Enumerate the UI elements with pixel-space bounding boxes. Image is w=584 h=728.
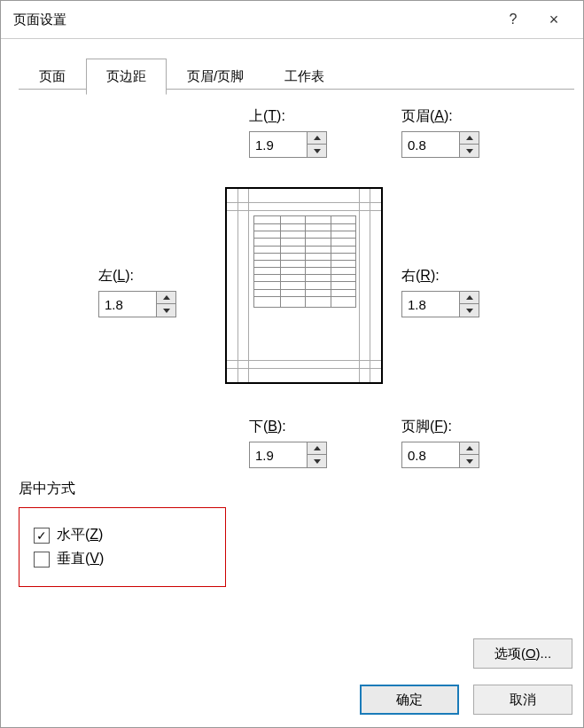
margin-right-label: 右(R): xyxy=(401,267,479,286)
close-button[interactable]: × xyxy=(533,11,574,29)
margin-right-up[interactable] xyxy=(460,292,479,304)
margin-top-spinner xyxy=(249,131,327,158)
chevron-up-icon xyxy=(163,295,170,300)
chevron-up-icon xyxy=(466,446,473,450)
page-setup-dialog: 页面设置 ? × 页面 页边距 页眉/页脚 工作表 上(T): 页眉(A): xyxy=(0,0,584,728)
margin-left-spinner xyxy=(98,291,176,317)
center-mode-box: ✓ 水平(Z) 垂直(V) xyxy=(19,507,226,587)
margin-bottom-group: 下(B): xyxy=(249,418,327,468)
chevron-up-icon xyxy=(466,295,473,300)
margin-header-group: 页眉(A): xyxy=(401,107,479,158)
chevron-down-icon xyxy=(163,309,170,313)
margin-bottom-spinner xyxy=(249,442,327,468)
chevron-up-icon xyxy=(466,136,473,140)
margin-header-spinner xyxy=(401,131,479,158)
tab-content: 上(T): 页眉(A): 左(L): xyxy=(19,90,574,638)
center-horizontal-row: ✓ 水平(Z) xyxy=(34,526,190,544)
chevron-down-icon xyxy=(466,459,473,464)
margin-left-label: 左(L): xyxy=(98,267,176,286)
chevron-down-icon xyxy=(466,309,473,313)
margin-right-group: 右(R): xyxy=(401,267,479,317)
margin-left-up[interactable] xyxy=(157,292,175,304)
chevron-up-icon xyxy=(314,136,321,140)
margin-left-input[interactable] xyxy=(99,292,156,317)
margin-right-down[interactable] xyxy=(460,304,479,317)
margin-left-down[interactable] xyxy=(157,304,175,317)
margin-right-input[interactable] xyxy=(402,292,459,317)
margin-right-spinner xyxy=(401,291,479,317)
margin-bottom-up[interactable] xyxy=(308,442,326,455)
center-mode-section: 居中方式 ✓ 水平(Z) 垂直(V) xyxy=(19,480,226,587)
checkmark-icon: ✓ xyxy=(36,529,47,542)
chevron-down-icon xyxy=(314,459,321,464)
margin-header-label: 页眉(A): xyxy=(401,107,479,126)
margin-footer-group: 页脚(F): xyxy=(401,418,479,468)
margin-bottom-input[interactable] xyxy=(250,442,307,467)
chevron-down-icon xyxy=(314,149,321,153)
margin-top-down[interactable] xyxy=(308,145,326,157)
margin-top-input[interactable] xyxy=(250,132,307,157)
help-button[interactable]: ? xyxy=(493,12,533,27)
options-button[interactable]: 选项(O)... xyxy=(473,638,572,669)
center-vertical-checkbox[interactable] xyxy=(34,552,50,568)
margin-top-group: 上(T): xyxy=(249,107,327,158)
center-vertical-row: 垂直(V) xyxy=(34,550,190,568)
dialog-title: 页面设置 xyxy=(13,12,493,28)
center-horizontal-label: 水平(Z) xyxy=(57,526,103,544)
chevron-up-icon xyxy=(314,446,321,450)
center-mode-title: 居中方式 xyxy=(19,480,226,498)
chevron-down-icon xyxy=(466,149,473,153)
margin-header-up[interactable] xyxy=(460,132,479,145)
dialog-footer: 确定 取消 xyxy=(360,685,572,715)
margin-header-input[interactable] xyxy=(402,132,459,157)
margin-footer-down[interactable] xyxy=(460,455,479,467)
margin-footer-up[interactable] xyxy=(460,442,479,455)
margin-footer-spinner xyxy=(401,442,479,468)
tab-margins[interactable]: 页边距 xyxy=(86,59,167,95)
page-preview xyxy=(225,187,383,384)
margin-footer-input[interactable] xyxy=(402,442,459,467)
margin-header-down[interactable] xyxy=(460,145,479,157)
preview-grid xyxy=(253,215,356,308)
margin-bottom-down[interactable] xyxy=(308,455,326,467)
margin-top-label: 上(T): xyxy=(249,107,327,126)
center-vertical-label: 垂直(V) xyxy=(57,550,104,568)
margin-bottom-label: 下(B): xyxy=(249,418,327,436)
ok-button[interactable]: 确定 xyxy=(360,685,459,715)
center-horizontal-checkbox[interactable]: ✓ xyxy=(34,528,50,544)
margin-left-group: 左(L): xyxy=(98,267,176,317)
titlebar: 页面设置 ? × xyxy=(1,1,583,39)
cancel-button[interactable]: 取消 xyxy=(473,685,572,715)
margin-top-up[interactable] xyxy=(308,132,326,145)
margin-footer-label: 页脚(F): xyxy=(401,418,479,436)
